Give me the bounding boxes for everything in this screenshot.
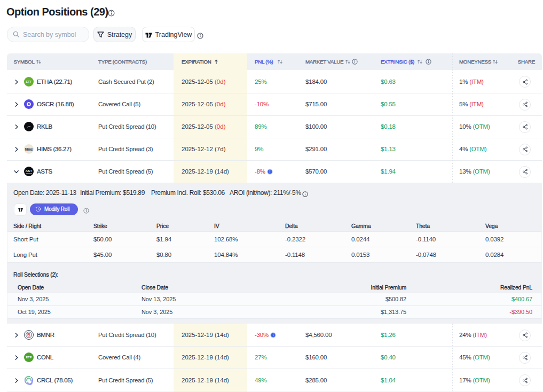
svg-text:B: B (27, 333, 30, 338)
